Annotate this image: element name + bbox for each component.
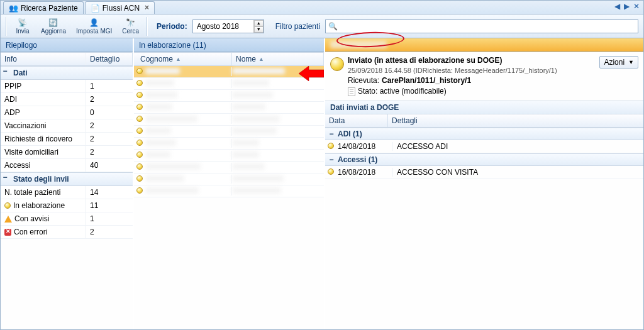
row-status-icon (134, 163, 145, 172)
row-status-icon (134, 115, 145, 124)
tabbar-close-icon[interactable]: ✕ (633, 2, 640, 11)
main-area: Riepilogo Info Dettaglio − Dati PPIP 1 A… (1, 38, 643, 330)
filtro-label: Filtro pazienti (275, 22, 320, 31)
riepilogo-row[interactable]: Visite domiciliari 2 (1, 146, 133, 159)
riepilogo-row[interactable]: ADP 0 (1, 106, 133, 119)
cognome-cell (145, 151, 232, 160)
tab-bar: 👥 Ricerca Paziente 📄 Flussi ACN × ◀ ▶ ✕ (1, 1, 643, 14)
nome-cell (232, 163, 324, 172)
periodo-label: Periodo: (157, 22, 187, 31)
chevron-down-icon: ▼ (628, 59, 634, 65)
sort-asc-icon: ▲ (258, 56, 264, 62)
collapse-icon[interactable]: − (328, 155, 335, 164)
riepilogo-key: Richieste di ricovero (1, 133, 86, 145)
cognome-cell (145, 139, 232, 148)
col-nome[interactable]: Nome ▲ (232, 53, 324, 65)
collapse-icon[interactable]: − (1, 173, 9, 185)
stato-row[interactable]: Con avvisi 1 (1, 212, 133, 226)
elab-grid-head: Cognome ▲ Nome ▲ (134, 52, 324, 66)
status-title: Inviato (in attesa di elaborazione su DO… (348, 56, 502, 65)
cerca-label: Cerca (122, 28, 139, 35)
collapse-icon[interactable]: − (328, 129, 335, 138)
col-data[interactable]: Data (325, 114, 388, 127)
riepilogo-val: 0 (86, 106, 133, 119)
cerca-button[interactable]: 🔭 Cerca (118, 18, 143, 35)
elab-row[interactable] (134, 114, 324, 126)
filtro-input[interactable] (338, 21, 638, 32)
stato-key: N. totale pazienti (1, 186, 86, 199)
cognome-cell (145, 91, 232, 100)
cognome-cell (145, 187, 232, 195)
aggiorna-button[interactable]: 🔄 Aggiorna (37, 18, 70, 35)
col-dettaglio[interactable]: Dettaglio (86, 53, 133, 65)
riepilogo-grid: Info Dettaglio − Dati PPIP 1 ADI 2 ADP 0… (1, 52, 133, 239)
periodo-spin-up[interactable]: ▲ (254, 20, 264, 26)
doge-row[interactable]: 14/08/2018 ACCESSO ADI (325, 140, 643, 153)
riepilogo-row[interactable]: ADI 2 (1, 93, 133, 106)
riepilogo-key: PPIP (1, 80, 86, 92)
collapse-icon[interactable]: − (1, 67, 9, 79)
periodo-input[interactable] (193, 21, 253, 32)
stato-row[interactable]: Con errori 2 (1, 226, 133, 239)
col-dettagli[interactable]: Dettagli (388, 114, 421, 127)
row-status-icon (134, 91, 145, 100)
riepilogo-row[interactable]: Richieste di ricovero 2 (1, 133, 133, 146)
elab-row[interactable] (134, 78, 324, 90)
section-dati[interactable]: − Dati (1, 66, 133, 80)
elab-row[interactable] (134, 138, 324, 150)
elab-row[interactable] (134, 102, 324, 114)
tabbar-prev-icon[interactable]: ◀ (614, 2, 620, 11)
azioni-label: Azioni (604, 58, 625, 67)
stato-key: In elaborazione (1, 199, 86, 212)
status-circle-icon (4, 202, 11, 209)
riepilogo-row[interactable]: Accessi 40 (1, 159, 133, 172)
status-text: Inviato (in attesa di elaborazione su DO… (348, 56, 596, 97)
binoculars-icon: 🔭 (126, 18, 136, 28)
row-status-icon (325, 142, 336, 151)
filtro-box[interactable]: 🔍 (325, 19, 638, 33)
tab-flussi-acn[interactable]: 📄 Flussi ACN × (85, 1, 155, 14)
status-subtitle: 25/09/2018 16.44.58 (IDRichiesta: Messag… (348, 66, 596, 75)
periodo-field[interactable]: ▲ ▼ (192, 19, 264, 33)
cognome-cell (145, 115, 232, 124)
elab-row[interactable] (134, 90, 324, 102)
imposta-mgi-button[interactable]: 👤 Imposta MGI (72, 18, 116, 35)
elab-row[interactable] (134, 173, 324, 185)
tabbar-next-icon[interactable]: ▶ (624, 2, 630, 11)
azioni-button[interactable]: Azioni ▼ (599, 56, 638, 69)
section-stato-invii[interactable]: − Stato degli invii (1, 172, 133, 186)
col-cognome[interactable]: Cognome ▲ (134, 53, 232, 65)
tab-close-icon[interactable]: × (145, 6, 149, 10)
cognome-cell (145, 127, 232, 136)
elab-row[interactable] (134, 185, 324, 197)
warning-icon (4, 216, 12, 223)
stato-val: 11 (86, 199, 133, 212)
cognome-cell (145, 103, 232, 112)
stato-row[interactable]: In elaborazione 11 (1, 199, 133, 212)
invia-label: Invia (16, 28, 29, 35)
elab-row[interactable] (134, 150, 324, 162)
elaborazione-pane: In elaborazione (11) Cognome ▲ Nome ▲ (134, 38, 325, 330)
invia-button[interactable]: 📡 Invia (11, 18, 35, 35)
tab-label: Flussi ACN (103, 4, 140, 13)
periodo-spin-down[interactable]: ▼ (254, 26, 264, 33)
riepilogo-pane: Riepilogo Info Dettaglio − Dati PPIP 1 A… (1, 38, 134, 330)
elab-row[interactable] (134, 162, 324, 173)
riepilogo-row[interactable]: Vaccinazioni 2 (1, 119, 133, 133)
doge-group[interactable]: − ADI (1) (325, 128, 643, 140)
nome-cell (232, 103, 324, 112)
elaborazione-header: In elaborazione (11) (134, 38, 324, 52)
elab-row[interactable] (134, 126, 324, 138)
stato-label: Stato: active (modificabile) (358, 87, 447, 97)
doge-row[interactable]: 16/08/2018 ACCESSO CON VISITA (325, 166, 643, 179)
tab-label: Ricerca Paziente (21, 4, 78, 13)
stato-row[interactable]: N. totale pazienti 14 (1, 186, 133, 199)
doge-group[interactable]: − Accessi (1) (325, 153, 643, 166)
col-info[interactable]: Info (1, 53, 86, 65)
elab-row[interactable] (134, 66, 324, 78)
tab-ricerca-paziente[interactable]: 👥 Ricerca Paziente (3, 1, 84, 14)
row-status-icon (134, 151, 145, 160)
nome-cell (232, 151, 324, 160)
toolbar-separator (147, 17, 148, 36)
riepilogo-row[interactable]: PPIP 1 (1, 80, 133, 93)
